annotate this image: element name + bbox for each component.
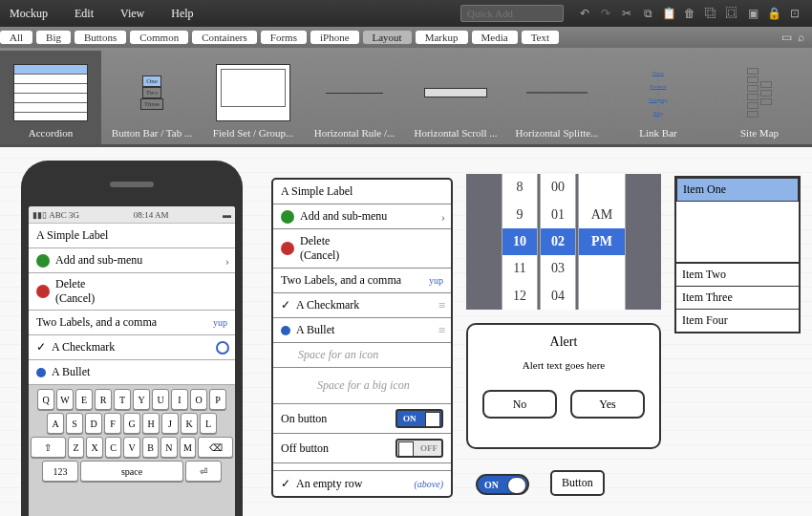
key[interactable]: I xyxy=(171,389,188,410)
list-item[interactable]: Add and sub-menu› xyxy=(273,204,451,229)
cut-icon[interactable]: ✂ xyxy=(619,6,634,21)
more-icon[interactable]: ⊡ xyxy=(787,6,802,21)
list-item[interactable]: Two Labels, and a commayup xyxy=(29,311,235,335)
key[interactable]: O xyxy=(190,389,207,410)
key[interactable]: S xyxy=(66,413,83,434)
list-item[interactable]: ✓An empty row(above) xyxy=(273,471,451,496)
filter-all[interactable]: All xyxy=(0,31,32,44)
list-item[interactable]: On buttonON xyxy=(273,404,451,434)
key[interactable]: J xyxy=(161,413,179,434)
picker-cell-selected[interactable]: PM xyxy=(579,228,625,255)
filter-iphone[interactable]: iPhone xyxy=(310,31,359,44)
list-item[interactable]: A Simple Label xyxy=(273,180,451,204)
picker-cell[interactable]: 12 xyxy=(502,283,537,310)
iphone-mockup[interactable]: ▮▮▯ ABC 3G 08:14 AM ▬ A Simple Label Add… xyxy=(21,161,243,516)
key[interactable]: K xyxy=(181,413,198,434)
key[interactable]: M xyxy=(180,437,196,458)
picker-cell[interactable]: 03 xyxy=(541,255,575,282)
key[interactable]: D xyxy=(85,413,102,434)
picker-cell[interactable]: 01 xyxy=(541,201,575,227)
menu-help[interactable]: Help xyxy=(171,7,193,21)
list-item[interactable]: ✓A Checkmark≡ xyxy=(273,293,451,318)
picker-ampm[interactable]: AM PM xyxy=(578,174,626,310)
list-item[interactable]: Space for an icon xyxy=(273,343,451,368)
filter-containers[interactable]: Containers xyxy=(192,31,257,44)
picker-cell[interactable]: AM xyxy=(579,201,625,227)
picker-cell[interactable]: 11 xyxy=(502,255,537,282)
key[interactable]: A xyxy=(47,413,64,434)
list-item[interactable]: A Bullet≡ xyxy=(273,318,451,343)
filter-buttons[interactable]: Buttons xyxy=(75,31,126,44)
key[interactable]: C xyxy=(105,437,121,458)
list-item[interactable]: Delete(Cancel) xyxy=(29,273,235,311)
key[interactable]: P xyxy=(209,389,226,410)
accordion-item[interactable]: Item Four xyxy=(676,309,799,332)
list-item[interactable]: Add and sub-menu› xyxy=(29,248,235,273)
picker-hours[interactable]: 8 9 10 11 12 xyxy=(502,174,538,310)
shelf-sitemap[interactable]: Site Map xyxy=(709,51,810,144)
duplicate-icon[interactable]: ⿻ xyxy=(703,6,718,21)
key[interactable]: G xyxy=(123,413,140,434)
filter-forms[interactable]: Forms xyxy=(261,31,307,44)
list-item[interactable]: A Bullet xyxy=(29,360,235,385)
picker-cell[interactable]: 04 xyxy=(541,283,575,310)
time-picker[interactable]: 8 9 10 11 12 00 01 02 03 04 AM PM xyxy=(466,174,661,310)
shelf-hscroll[interactable]: Horizontal Scroll ... xyxy=(405,51,506,144)
key[interactable]: H xyxy=(142,413,160,434)
delete-icon[interactable]: 🗑 xyxy=(682,6,697,21)
picker-mins[interactable]: 00 01 02 03 04 xyxy=(540,174,576,310)
key[interactable]: T xyxy=(114,389,131,410)
key[interactable]: L xyxy=(200,413,217,434)
picker-cell[interactable]: 9 xyxy=(502,201,537,227)
panel-toggle-icon[interactable]: ▭ xyxy=(781,31,792,45)
picker-cell-selected[interactable]: 10 xyxy=(502,228,537,255)
list-item[interactable]: Two Labels, and a commayup xyxy=(273,269,451,293)
accordion-item[interactable]: Item Three xyxy=(676,286,799,309)
key[interactable]: R xyxy=(95,389,112,410)
list-item[interactable]: Delete(Cancel) xyxy=(273,229,451,269)
key[interactable]: W xyxy=(56,389,74,410)
key[interactable]: U xyxy=(152,389,169,410)
redo-icon[interactable]: ↷ xyxy=(598,6,613,21)
list-item[interactable]: Off buttonOFF xyxy=(273,434,451,463)
key[interactable]: N xyxy=(160,437,177,458)
space-key[interactable]: space xyxy=(80,461,183,482)
filter-layout[interactable]: Layout xyxy=(363,31,412,44)
no-button[interactable]: No xyxy=(482,390,557,419)
lock-icon[interactable]: 🔒 xyxy=(766,6,781,21)
filter-common[interactable]: Common xyxy=(130,31,188,44)
canvas[interactable]: ▮▮▯ ABC 3G 08:14 AM ▬ A Simple Label Add… xyxy=(0,147,812,516)
key[interactable]: Y xyxy=(133,389,150,410)
shelf-hrule[interactable]: Horizontal Rule /... xyxy=(304,51,405,144)
shift-key[interactable]: ⇧ xyxy=(31,437,66,458)
filter-markup[interactable]: Markup xyxy=(416,31,468,44)
shelf-linkbar[interactable]: Home|Products|Company|Blog Link Bar xyxy=(608,51,709,144)
shelf-fieldset[interactable]: Field Set / Group... xyxy=(203,51,304,144)
filter-media[interactable]: Media xyxy=(472,31,518,44)
accordion-item[interactable]: Item Two xyxy=(676,263,799,286)
shelf-accordion[interactable]: Accordion xyxy=(0,51,101,144)
menu-view[interactable]: View xyxy=(120,7,144,21)
list-widget[interactable]: A Simple Label Add and sub-menu› Delete(… xyxy=(271,178,453,498)
list-item[interactable]: ✓A Checkmark xyxy=(29,335,235,360)
picker-cell[interactable] xyxy=(579,255,625,282)
group-icon[interactable]: ⿴ xyxy=(724,6,739,21)
accordion-widget[interactable]: Item One Item Two Item Three Item Four xyxy=(674,176,801,333)
switch-on[interactable]: ON xyxy=(476,474,529,495)
key[interactable]: Z xyxy=(68,437,84,458)
picker-cell[interactable]: 00 xyxy=(541,174,575,201)
filter-big[interactable]: Big xyxy=(36,31,71,44)
list-item[interactable]: Space for a big icon xyxy=(273,368,451,404)
picker-cell-selected[interactable]: 02 xyxy=(541,228,575,255)
toggle-off[interactable]: OFF xyxy=(395,439,443,458)
accordion-header[interactable]: Item One xyxy=(676,178,799,202)
numbers-key[interactable]: 123 xyxy=(42,461,78,482)
picker-cell[interactable] xyxy=(579,174,625,201)
button-widget[interactable]: Button xyxy=(550,470,605,496)
key[interactable]: B xyxy=(142,437,159,458)
undo-icon[interactable]: ↶ xyxy=(577,6,592,21)
menu-edit[interactable]: Edit xyxy=(75,7,94,21)
quick-add-input[interactable] xyxy=(460,5,564,22)
menu-mockup[interactable]: Mockup xyxy=(10,7,48,21)
list-item[interactable]: A Simple Label xyxy=(29,224,235,248)
